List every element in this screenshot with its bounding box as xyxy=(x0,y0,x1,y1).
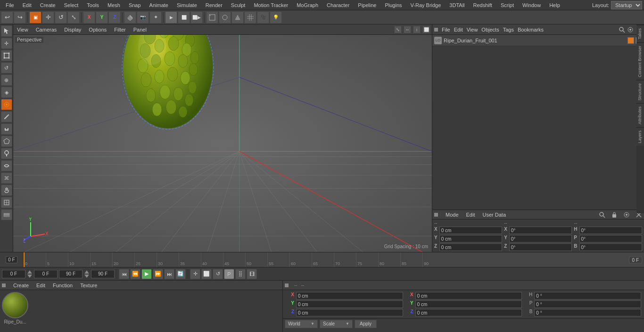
h-rotation-input[interactable]: 0 ° xyxy=(534,292,641,300)
magnet-btn[interactable] xyxy=(1,123,12,135)
attr-lock-icon[interactable] xyxy=(611,211,618,218)
grab-btn[interactable] xyxy=(1,185,12,196)
wire-button[interactable] xyxy=(219,11,231,24)
undo-button[interactable]: ↩ xyxy=(1,11,13,24)
grid-button[interactable] xyxy=(244,11,256,24)
smooth-btn[interactable] xyxy=(1,160,12,171)
layout-selector[interactable]: Layout: Startup xyxy=(592,1,642,9)
menu-tools[interactable]: Tools xyxy=(83,1,103,9)
twist-btn[interactable] xyxy=(1,172,12,184)
sculpt-layer-btn[interactable] xyxy=(1,209,12,220)
scale-tool-button[interactable]: ⤡ xyxy=(67,11,80,24)
vp-icon-4[interactable]: ⬜ xyxy=(422,26,430,33)
rp-objects-btn[interactable]: Objects xyxy=(479,27,501,32)
model-mode-button[interactable]: ▣ xyxy=(29,11,41,24)
vp-menu-filter[interactable]: Filter xyxy=(112,27,127,32)
transport-current-frame[interactable]: 0 F xyxy=(34,270,58,278)
shading-button[interactable] xyxy=(231,11,244,24)
transport-start-frame[interactable]: 0 F xyxy=(2,270,25,278)
play-btn[interactable]: ▶ xyxy=(141,269,152,279)
x-position-input[interactable]: 0 cm xyxy=(296,292,403,300)
z-position-input[interactable]: 0 cm xyxy=(296,309,403,316)
menu-mograph[interactable]: MoGraph xyxy=(293,1,322,9)
transport-mode-1[interactable]: ✛ xyxy=(190,269,200,279)
z-rot-field[interactable]: 0° xyxy=(509,243,572,251)
x-rot-field[interactable]: 0° xyxy=(509,227,572,234)
menu-vray[interactable]: V-Ray Bridge xyxy=(407,1,445,9)
layers-tab[interactable]: Layers xyxy=(636,127,644,146)
light-view-button[interactable]: 💡 xyxy=(270,11,282,24)
paint-btn[interactable] xyxy=(1,99,12,110)
move-tool-button[interactable]: ✛ xyxy=(42,11,54,24)
cube-button[interactable] xyxy=(124,11,136,24)
transport-end-frame-2[interactable]: 90 F xyxy=(91,270,115,278)
menu-animate[interactable]: Animate xyxy=(146,1,172,9)
light-button[interactable]: ✦ xyxy=(149,11,162,24)
axis-x-button[interactable]: X xyxy=(83,11,95,24)
p-field[interactable]: 0° xyxy=(579,235,642,243)
menu-redshift[interactable]: Redshift xyxy=(470,1,496,9)
mat-texture-btn[interactable]: Texture xyxy=(78,283,99,288)
h-field[interactable]: 0° xyxy=(579,227,642,234)
select-tool-btn[interactable] xyxy=(1,25,12,37)
timeline-ruler[interactable]: 0 5 10 15 20 25 30 35 40 45 50 55 60 65 … xyxy=(24,252,644,267)
menu-select[interactable]: Select xyxy=(60,1,83,9)
menu-file[interactable]: File xyxy=(2,1,18,9)
b-rotation-input[interactable]: 0 ° xyxy=(534,309,641,316)
render-view-button[interactable]: 🎥 xyxy=(257,11,269,24)
render-button[interactable]: ▶ xyxy=(165,11,177,24)
rp-edit-btn[interactable]: Edit xyxy=(452,27,465,32)
vp-menu-options[interactable]: Options xyxy=(87,27,108,32)
apply-button[interactable]: Apply xyxy=(355,320,377,328)
menu-3dtall[interactable]: 3DTAll xyxy=(446,1,468,9)
attr-search-icon[interactable] xyxy=(599,211,605,218)
menu-simulate[interactable]: Simulate xyxy=(173,1,201,9)
mat-function-btn[interactable]: Function xyxy=(51,283,74,288)
z-pos-field[interactable]: 0 cm xyxy=(439,243,502,251)
attr-mode-btn[interactable]: Mode xyxy=(444,212,461,218)
vp-menu-panel[interactable]: Panel xyxy=(132,27,149,32)
scale-dropdown[interactable]: Scale ▼ xyxy=(320,320,353,328)
menu-snap[interactable]: Snap xyxy=(125,1,145,9)
menu-create[interactable]: Create xyxy=(36,1,59,9)
y-pos-field[interactable]: 0 cm xyxy=(439,235,502,243)
loop-btn[interactable]: 🔄 xyxy=(175,269,186,279)
transport-end-frame[interactable]: 90 F xyxy=(59,270,83,278)
material-item[interactable]: Ripe_Du... xyxy=(2,292,28,324)
mat-create-btn[interactable]: Create xyxy=(11,283,31,288)
transport-render-btn[interactable]: 🎞 xyxy=(247,269,257,279)
polygon-btn[interactable] xyxy=(1,136,12,147)
vp-icon-1[interactable]: ⤡ xyxy=(394,26,402,33)
persp-button[interactable] xyxy=(206,11,218,24)
mat-edit-btn[interactable]: Edit xyxy=(34,283,47,288)
transport-arrow-end[interactable] xyxy=(84,270,90,278)
menu-mesh[interactable]: Mesh xyxy=(104,1,124,9)
rp-tags-btn[interactable]: Tags xyxy=(501,27,516,32)
timeline[interactable]: 0 F 0 5 10 15 20 25 30 35 40 45 50 55 60… xyxy=(0,252,644,267)
vp-menu-view[interactable]: View xyxy=(15,27,30,32)
vp-menu-display[interactable]: Display xyxy=(62,27,83,32)
brush-btn[interactable] xyxy=(1,148,12,159)
layout-dropdown[interactable]: Startup xyxy=(611,1,642,9)
axis-z-button[interactable]: Z xyxy=(108,11,121,24)
structure-tab[interactable]: Structure xyxy=(636,80,644,104)
menu-script[interactable]: Script xyxy=(497,1,518,9)
go-start-btn[interactable]: ⏮ xyxy=(119,269,129,279)
x-pos-field[interactable]: 0 cm xyxy=(439,227,502,234)
bevel-btn[interactable]: ◈ xyxy=(1,87,12,98)
transport-mode-5[interactable]: ⣿ xyxy=(235,269,246,279)
menu-edit[interactable]: Edit xyxy=(19,1,35,9)
camera-button[interactable]: 📷 xyxy=(137,11,149,24)
search-icon[interactable] xyxy=(619,26,625,33)
prev-frame-btn[interactable]: ⏪ xyxy=(130,269,140,279)
vp-icon-3[interactable]: ↕ xyxy=(413,26,421,33)
transport-arrow-start[interactable] xyxy=(27,270,33,278)
rp-view-btn[interactable]: View xyxy=(465,27,480,32)
menu-plugins[interactable]: Plugins xyxy=(381,1,405,9)
extrude-btn[interactable]: ⊕ xyxy=(1,74,12,86)
panel-settings-icon[interactable] xyxy=(627,26,634,33)
timeline-playhead[interactable] xyxy=(24,252,25,267)
takes-tab[interactable]: Takes xyxy=(636,25,644,42)
color-swatch-1[interactable] xyxy=(627,37,634,44)
vp-icon-2[interactable]: ↔ xyxy=(404,26,411,33)
